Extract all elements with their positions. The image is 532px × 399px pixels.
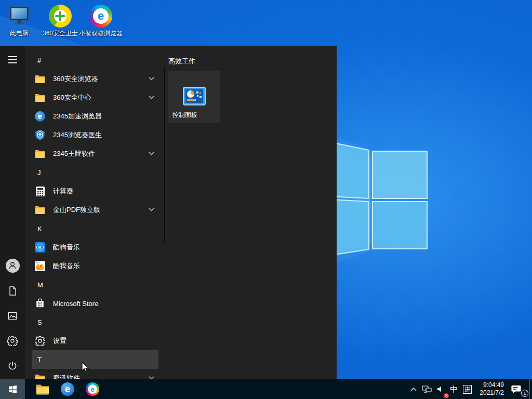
xiaozhi-browser-icon: e	[86, 382, 99, 396]
network-icon	[422, 385, 432, 393]
this-pc-icon	[7, 4, 31, 28]
gear-icon	[7, 336, 18, 346]
app-row-kingsoft-pdf[interactable]: 金山PDF独立版	[32, 201, 158, 219]
tray-ime-mode[interactable]: 中	[447, 379, 460, 399]
desktop-icon-this-pc[interactable]: 此电脑	[0, 4, 42, 37]
taskbar-xiaozhi-browser-button[interactable]: e	[82, 379, 103, 399]
control-panel-icon	[183, 87, 206, 108]
clock-time: 9:04:49	[480, 381, 504, 389]
kugou-icon: K	[34, 242, 46, 253]
app-row-2345-doctor[interactable]: 2345浏览器医生	[32, 126, 158, 144]
rail-hamburger-button[interactable]	[0, 47, 25, 72]
rail-pictures-button[interactable]	[0, 303, 25, 328]
xiaozhi-browser-icon: e	[89, 4, 113, 28]
settings-gear-icon	[34, 335, 46, 347]
microsoft-store-icon	[34, 298, 46, 309]
tray-ime-layout[interactable]: 拼	[460, 379, 474, 399]
app-row-microsoft-store[interactable]: Microsoft Store	[32, 294, 158, 313]
start-menu-app-list: # 360安全浏览器 360安全中心 e 2345加速浏览器	[25, 51, 165, 379]
app-row-2345-browser[interactable]: e 2345加速浏览器	[32, 107, 158, 126]
pinyin-indicator: 拼	[463, 385, 472, 394]
taskbar-2345-browser-button[interactable]: e	[57, 379, 78, 399]
tile-control-panel[interactable]: 控制面板	[168, 71, 220, 123]
app-row-360-browser[interactable]: 360安全浏览器	[32, 70, 158, 88]
desktop-icon-label: 小智双核浏览器	[79, 30, 123, 37]
taskbar-clock[interactable]: 9:04:49 2021/7/2	[474, 381, 508, 397]
app-list-scrollbar[interactable]	[164, 68, 165, 244]
start-menu-rail	[0, 46, 25, 379]
tile-label: 控制面板	[172, 111, 197, 119]
rail-settings-button[interactable]	[0, 328, 25, 353]
desktop-icon-label: 360安全卫士	[43, 30, 78, 37]
folder-icon	[34, 92, 46, 103]
app-list-header[interactable]: J	[32, 163, 158, 182]
app-row-kugou-music[interactable]: K 酷狗音乐	[32, 238, 158, 257]
notification-badge: 1	[521, 390, 528, 397]
folder-icon	[34, 73, 46, 85]
desktop-icon-360-safety[interactable]: 360安全卫士	[38, 4, 83, 37]
user-icon	[6, 259, 20, 273]
tray-hidden-icons-button[interactable]	[408, 379, 419, 399]
360-safety-icon	[48, 4, 72, 28]
rail-power-button[interactable]	[0, 353, 25, 378]
power-icon	[7, 361, 18, 371]
app-list-header[interactable]: S	[32, 313, 158, 331]
notification-icon	[511, 384, 522, 394]
app-list-header[interactable]: #	[32, 51, 158, 70]
shield-plus-icon	[34, 129, 46, 141]
app-list-header-highlighted[interactable]: T	[32, 350, 158, 369]
chevron-down-icon	[149, 96, 154, 99]
tray-network-button[interactable]	[419, 379, 434, 399]
browser-e-icon: e	[61, 382, 74, 396]
rail-documents-button[interactable]	[0, 278, 25, 303]
folder-icon	[34, 204, 46, 216]
system-tray: ✕ 中 拼 9:04:49 2021/7/2 1	[408, 379, 532, 399]
action-center-button[interactable]: 1	[508, 379, 529, 399]
desktop-icon-xiaozhi-browser[interactable]: e 小智双核浏览器	[78, 4, 123, 37]
app-row-2345-suite[interactable]: 2345王牌软件	[32, 144, 158, 163]
file-explorer-icon	[36, 383, 49, 395]
chevron-down-icon	[149, 152, 154, 155]
show-desktop-button[interactable]	[529, 379, 532, 399]
taskbar: e e ✕ 中 拼 9:04:49	[0, 379, 532, 399]
app-row-kuwo-music[interactable]: K 酷我音乐	[32, 257, 158, 275]
taskbar-file-explorer-button[interactable]	[32, 379, 53, 399]
chevron-down-icon	[149, 208, 154, 211]
tray-volume-button[interactable]: ✕	[434, 379, 447, 399]
hamburger-icon	[8, 56, 17, 63]
browser-e-icon: e	[34, 111, 46, 122]
app-row-360-center[interactable]: 360安全中心	[32, 88, 158, 107]
folder-icon	[34, 373, 46, 379]
app-list-header[interactable]: M	[32, 275, 158, 294]
start-button[interactable]	[0, 379, 25, 399]
folder-icon	[34, 148, 46, 159]
chevron-up-icon	[410, 387, 417, 391]
document-icon	[7, 286, 18, 296]
app-list-header[interactable]: K	[32, 219, 158, 238]
windows-logo-icon	[8, 385, 17, 394]
start-menu: # 360安全浏览器 360安全中心 e 2345加速浏览器	[0, 46, 337, 379]
kuwo-icon: K	[34, 260, 46, 272]
picture-icon	[7, 311, 18, 321]
chevron-down-icon	[149, 77, 154, 81]
desktop-icon-label: 此电脑	[10, 30, 29, 37]
rail-account-button[interactable]	[0, 253, 25, 278]
app-row-calculator[interactable]: 计算器	[32, 182, 158, 201]
volume-muted-icon	[437, 385, 445, 393]
app-row-settings[interactable]: 设置	[32, 331, 158, 350]
app-row-tencent-software[interactable]: 腾讯软件	[32, 369, 158, 379]
calculator-icon	[34, 185, 46, 197]
clock-date: 2021/7/2	[480, 389, 504, 397]
tiles-group-title[interactable]: 高效工作	[168, 57, 195, 66]
